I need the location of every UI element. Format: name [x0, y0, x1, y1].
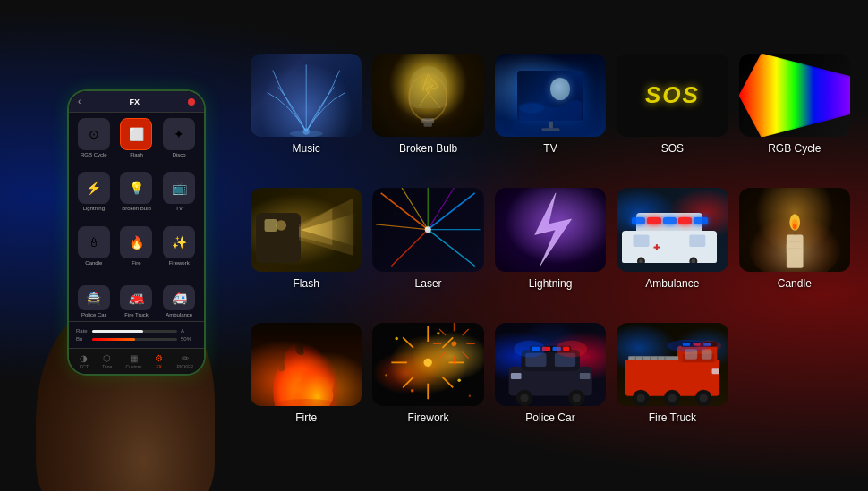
- svg-point-103: [700, 394, 708, 402]
- grid-item-candle[interactable]: Candle: [739, 188, 850, 311]
- phone-nav-cct[interactable]: ◑ CCT: [80, 353, 89, 369]
- cct-icon: ◑: [80, 353, 88, 363]
- svg-rect-7: [541, 128, 559, 131]
- custom-label: Custom: [126, 364, 141, 369]
- firte-thumb: [251, 323, 362, 406]
- grid-item-music[interactable]: Music: [251, 54, 362, 177]
- phone-label-rgbcycle: RGB Cycle: [81, 152, 107, 157]
- grid-item-lightning[interactable]: Lightning: [495, 188, 606, 311]
- svg-marker-8: [739, 54, 850, 137]
- phone-item-disco[interactable]: ✦ Disco: [159, 118, 199, 168]
- grid-item-rgbCycle[interactable]: RGB Cycle: [739, 54, 850, 177]
- phone-nav-tone[interactable]: ⬡ Tone: [102, 353, 112, 369]
- svg-point-81: [514, 340, 545, 357]
- rate-label: Rate: [76, 328, 89, 334]
- svg-point-59: [452, 341, 457, 346]
- tv-thumb: [495, 54, 606, 137]
- cct-label: CCT: [80, 364, 89, 369]
- phone-icon-candle: 🕯: [78, 226, 110, 258]
- svg-rect-104: [712, 368, 719, 374]
- svg-line-58: [439, 329, 446, 335]
- svg-point-60: [396, 336, 398, 339]
- phone-label-lightning: Lightning: [83, 206, 105, 211]
- svg-line-21: [402, 188, 428, 230]
- tone-icon: ⬡: [103, 353, 111, 363]
- phone-item-policeCar[interactable]: 🚔 Police Car: [74, 285, 114, 317]
- phone-icon-rgbcycle: ⊙: [78, 118, 110, 150]
- svg-point-64: [469, 394, 471, 396]
- fireTruck-thumb: [617, 323, 728, 406]
- grid-item-flash[interactable]: Flash: [251, 188, 362, 311]
- svg-line-14: [381, 193, 428, 230]
- phone-item-flash[interactable]: ⬜ Flash: [117, 118, 157, 168]
- phone-nav-custom[interactable]: ▦ Custom: [126, 353, 141, 369]
- candle-label: Candle: [778, 277, 812, 290]
- van-light-blue-2: [663, 217, 677, 224]
- phone-icon-policeCar: 🚔: [78, 285, 110, 310]
- svg-line-47: [404, 377, 414, 387]
- phone-nav-picker[interactable]: ✏ PICKER: [177, 353, 194, 369]
- phone-icon-flash: ⬜: [120, 118, 152, 150]
- music-thumb: [251, 54, 362, 137]
- music-label: Music: [293, 142, 320, 155]
- grid-item-fireTruck[interactable]: Fire Truck: [617, 323, 728, 446]
- notification-dot: [188, 98, 195, 106]
- grid-item-tv[interactable]: TV: [495, 54, 606, 177]
- phone-header: ‹ FX: [69, 91, 204, 113]
- phone-icon-lightning: ⚡: [78, 172, 110, 204]
- phone-item-candle[interactable]: 🕯 Candle: [74, 226, 114, 276]
- svg-rect-6: [548, 121, 552, 127]
- lightning-thumb: [495, 188, 606, 271]
- grid-item-brokenBulb[interactable]: Broken Bulb: [372, 54, 483, 177]
- fireTruck-label: Fire Truck: [649, 411, 696, 424]
- van-light-red-2: [678, 217, 692, 224]
- tv-screen-shape: [517, 71, 584, 121]
- phone-item-rgbcycle[interactable]: ⊙ RGB Cycle: [74, 118, 114, 168]
- sos-text: SOS: [617, 54, 728, 137]
- svg-point-62: [458, 378, 461, 381]
- phone-nav-fx[interactable]: ⚙ FX: [155, 353, 163, 369]
- phone-item-firework[interactable]: ✨ Firework: [159, 226, 199, 276]
- grid-item-policeCar[interactable]: Police Car: [495, 323, 606, 446]
- svg-rect-3: [422, 118, 435, 123]
- phone-icon-fire: 🔥: [120, 226, 152, 258]
- phone-label-tv: TV: [175, 206, 183, 211]
- svg-rect-27: [690, 235, 706, 247]
- laser-thumb: [372, 188, 483, 271]
- van-light-bar: [632, 217, 708, 224]
- ambulance-thumb: ✚: [617, 188, 728, 271]
- phone-item-fireTruck[interactable]: 🚒 Fire Truck: [117, 285, 157, 317]
- svg-line-43: [443, 337, 454, 348]
- phone-item-tv[interactable]: 📺 TV: [159, 172, 199, 222]
- grid-item-ambulance[interactable]: ✚ Ambulance: [617, 188, 728, 311]
- ambulance-van-shape: ✚: [622, 217, 717, 263]
- tone-label: Tone: [102, 364, 112, 369]
- phone-item-lightning[interactable]: ⚡ Lightning: [74, 172, 114, 222]
- phone-label-fireTruck: Fire Truck: [124, 312, 149, 317]
- svg-line-18: [429, 230, 475, 267]
- phone-more-items: 🚔 Police Car 🚒 Fire Truck 🚑 Ambulance: [69, 282, 204, 321]
- phone-item-ambulance[interactable]: 🚑 Ambulance: [159, 285, 199, 317]
- grid-item-sos[interactable]: SOS SOS: [617, 54, 728, 177]
- bri-track[interactable]: [92, 338, 177, 341]
- phone-bottom-nav: ◑ CCT ⬡ Tone ▦ Custom ⚙ FX ✏ PICKER: [69, 348, 204, 374]
- brokenBulb-thumb: [372, 54, 483, 137]
- grid-item-firte[interactable]: Firte: [251, 323, 362, 446]
- svg-point-99: [637, 394, 645, 402]
- phone-label-candle: Candle: [85, 260, 102, 266]
- phone-item-fire[interactable]: 🔥 Fire: [117, 226, 157, 276]
- phone-item-brokenbulb[interactable]: 💡 Broken Bulb: [117, 172, 157, 222]
- grid-item-firework[interactable]: Firework: [372, 323, 483, 446]
- grid-item-laser[interactable]: Laser: [372, 188, 483, 311]
- picker-label: PICKER: [177, 364, 194, 369]
- bri-label: Bri: [76, 336, 89, 342]
- svg-line-49: [404, 337, 414, 348]
- van-light-blue-1: [632, 217, 645, 224]
- svg-point-23: [425, 226, 431, 233]
- svg-line-17: [429, 193, 475, 230]
- rate-fill: [92, 330, 143, 333]
- phone-label-flash: Flash: [130, 152, 143, 157]
- rate-track[interactable]: [92, 330, 177, 333]
- sos-label: SOS: [661, 142, 684, 155]
- phone-device: ‹ FX ⊙ RGB Cycle ⬜ Flash ✦ Disco: [67, 89, 206, 376]
